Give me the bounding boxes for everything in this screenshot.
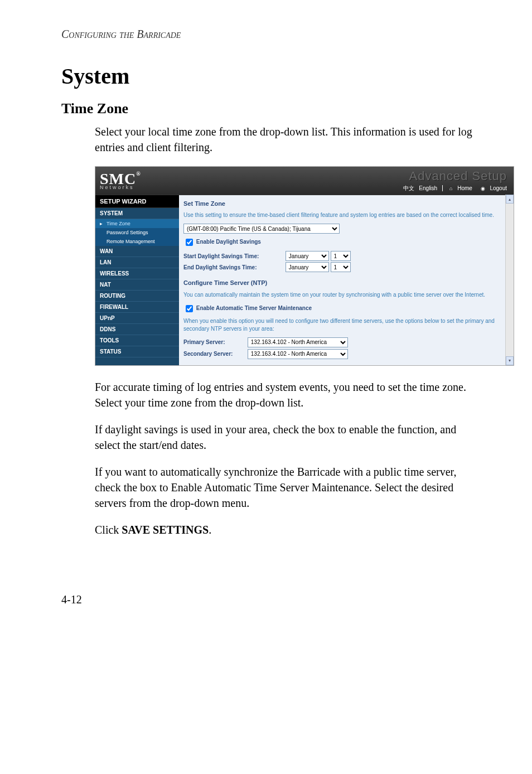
- sidebar-password-settings[interactable]: Password Settings: [95, 228, 179, 237]
- sidebar-routing[interactable]: ROUTING: [95, 291, 179, 302]
- sidebar-upnp[interactable]: UPnP: [95, 313, 179, 324]
- sidebar-firewall[interactable]: FIREWALL: [95, 302, 179, 313]
- sidebar-setup-wizard[interactable]: SETUP WIZARD: [95, 195, 179, 208]
- logout-icon: ◉: [481, 186, 485, 191]
- sidebar-wireless[interactable]: WIRELESS: [95, 268, 179, 279]
- save-settings-label: SAVE SETTINGS: [122, 524, 209, 536]
- enable-auto-row: Enable Automatic Time Server Maintenance: [183, 303, 500, 314]
- enable-daylight-checkbox[interactable]: [186, 239, 193, 246]
- enable-auto-checkbox[interactable]: [186, 305, 193, 312]
- lang-english-link[interactable]: English: [419, 185, 437, 191]
- scrollbar[interactable]: ▴ ▾: [505, 195, 514, 365]
- start-daylight-label: Start Daylight Savings Time:: [183, 253, 284, 260]
- home-icon: ⌂: [449, 186, 452, 191]
- sidebar-remote-management[interactable]: Remote Management: [95, 237, 179, 246]
- ntp-title: Configure Time Server (NTP): [183, 279, 500, 287]
- secondary-server-select[interactable]: 132.163.4.102 - North America: [248, 349, 348, 359]
- sidebar-system[interactable]: SYSTEM: [95, 208, 179, 219]
- end-daylight-label: End Daylight Savings Time:: [183, 264, 284, 272]
- scroll-down-icon[interactable]: ▾: [506, 356, 514, 365]
- auto-desc: When you enable this option you will nee…: [183, 317, 500, 333]
- brand-bar: SMC® Networks Advanced Setup 中文 English …: [95, 167, 514, 195]
- set-time-zone-title: Set Time Zone: [183, 200, 500, 208]
- start-month-select[interactable]: January: [286, 251, 329, 261]
- lang-chinese-link[interactable]: 中文: [403, 185, 414, 191]
- paragraph-2: For accurate timing of log entries and s…: [95, 379, 482, 410]
- timezone-heading: Time Zone: [61, 100, 482, 117]
- sidebar-nat[interactable]: NAT: [95, 279, 179, 291]
- paragraph-3: If daylight savings is used in your area…: [95, 422, 482, 453]
- sidebar-lan[interactable]: LAN: [95, 257, 179, 268]
- sidebar-status[interactable]: STATUS: [95, 346, 179, 357]
- sidebar-time-zone[interactable]: Time Zone: [95, 219, 179, 228]
- advanced-setup-label: Advanced Setup: [400, 169, 507, 183]
- system-heading: System: [61, 63, 482, 89]
- enable-daylight-row: Enable Daylight Savings: [183, 237, 500, 248]
- paragraph-4: If you want to automatically synchronize…: [95, 464, 482, 511]
- content-pane: Set Time Zone Use this setting to ensure…: [179, 195, 514, 365]
- page-number: 4-12: [61, 593, 482, 606]
- scroll-up-icon[interactable]: ▴: [506, 195, 514, 204]
- end-day-select[interactable]: 1: [331, 262, 351, 272]
- sidebar: SETUP WIZARD SYSTEM Time Zone Password S…: [95, 195, 179, 365]
- sidebar-wan[interactable]: WAN: [95, 246, 179, 257]
- router-screenshot: SMC® Networks Advanced Setup 中文 English …: [95, 166, 514, 366]
- enable-daylight-label: Enable Daylight Savings: [196, 239, 261, 245]
- start-day-select[interactable]: 1: [331, 251, 351, 261]
- running-header: Configuring the Barricade: [61, 28, 482, 41]
- end-month-select[interactable]: January: [286, 262, 329, 272]
- time-zone-desc: Use this setting to ensure the time-base…: [183, 211, 500, 219]
- timezone-select[interactable]: (GMT-08:00) Pacific Time (US & Canada); …: [183, 224, 340, 234]
- primary-server-select[interactable]: 132.163.4.102 - North America: [248, 337, 348, 347]
- primary-server-label: Primary Server:: [183, 338, 246, 346]
- secondary-server-label: Secondary Server:: [183, 350, 246, 358]
- brand-sub: Networks: [100, 185, 141, 190]
- sidebar-ddns[interactable]: DDNS: [95, 324, 179, 335]
- enable-auto-label: Enable Automatic Time Server Maintenance: [196, 305, 312, 311]
- sidebar-tools[interactable]: TOOLS: [95, 335, 179, 346]
- ntp-desc: You can automatically maintain the syste…: [183, 291, 500, 299]
- logout-link[interactable]: ◉ Logout: [477, 185, 507, 191]
- paragraph-5: Click SAVE SETTINGS.: [95, 522, 482, 538]
- home-link[interactable]: ⌂ Home: [442, 185, 472, 191]
- intro-paragraph: Select your local time zone from the dro…: [95, 124, 482, 155]
